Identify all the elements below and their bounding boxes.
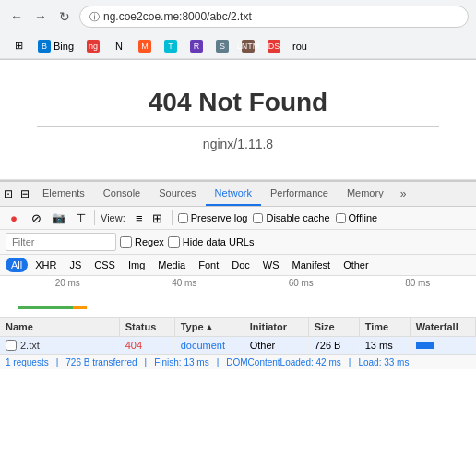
status-transferred: 726 B transferred	[65, 357, 137, 367]
hide-data-urls-group: Hide data URLs	[168, 236, 255, 248]
bookmark-ng[interactable]: ng	[82, 38, 104, 54]
timeline-orange-bar	[73, 306, 87, 309]
bookmark-r[interactable]: R	[185, 38, 208, 54]
td-waterfall	[411, 339, 476, 352]
regex-label: Regex	[135, 236, 164, 247]
offline-label: Offline	[349, 212, 378, 223]
filter-section: Regex Hide data URLs	[0, 230, 476, 255]
bookmark-ds[interactable]: DS	[263, 38, 285, 54]
browser-chrome: ← → ↻ ⓘ ng.coe2coe.me:8000/abc/2.txt ⊞ B…	[0, 0, 476, 60]
type-tab-all[interactable]: All	[6, 258, 28, 272]
nav-bar: ← → ↻ ⓘ ng.coe2coe.me:8000/abc/2.txt	[0, 0, 476, 33]
table-row[interactable]: 2.txt 404 document Other 726 B 13 ms	[0, 337, 476, 354]
row-checkbox[interactable]	[6, 340, 17, 351]
th-name: Name	[0, 318, 120, 336]
file-name: 2.txt	[20, 340, 40, 351]
status-separator-3: |	[217, 357, 220, 367]
type-tab-ws[interactable]: WS	[257, 258, 285, 272]
bookmark-n[interactable]: N	[108, 38, 130, 54]
timeline-mark-40ms: 40 ms	[126, 278, 244, 288]
td-name: 2.txt	[0, 337, 120, 354]
timeline-mark-20ms: 20 ms	[9, 278, 126, 288]
th-status: Status	[120, 318, 175, 336]
type-tab-doc[interactable]: Doc	[226, 258, 256, 272]
status-separator-2: |	[145, 357, 148, 367]
tab-memory[interactable]: Memory	[338, 182, 393, 206]
regex-group: Regex	[120, 236, 164, 248]
tab-network[interactable]: Network	[206, 182, 261, 206]
status-requests: 1 requests	[6, 357, 49, 367]
toolbar-separator-2	[172, 210, 173, 225]
type-tab-js[interactable]: JS	[64, 258, 87, 272]
preserve-log-checkbox[interactable]	[178, 213, 188, 223]
camera-button[interactable]: 📷	[50, 210, 66, 226]
bookmark-rou[interactable]: rou	[289, 38, 311, 54]
tab-elements[interactable]: Elements	[33, 182, 94, 206]
type-tab-other[interactable]: Other	[338, 258, 375, 272]
bing-icon: B	[38, 40, 51, 53]
address-bar[interactable]: ⓘ ng.coe2coe.me:8000/abc/2.txt	[79, 6, 469, 28]
type-tab-xhr[interactable]: XHR	[30, 258, 62, 272]
regex-checkbox[interactable]	[120, 236, 132, 248]
error-subtitle: nginx/1.11.8	[0, 137, 476, 151]
preserve-log-label: Preserve log	[191, 212, 248, 223]
bookmark-lntm[interactable]: LNTM	[237, 38, 259, 54]
rou-icon: rou	[293, 40, 306, 53]
tab-more[interactable]: »	[393, 183, 414, 205]
stop-button[interactable]: ⊘	[28, 210, 44, 226]
forward-button[interactable]: →	[31, 7, 50, 26]
th-time: Time	[360, 318, 411, 336]
record-button[interactable]: ●	[6, 210, 22, 226]
view-icons: ≡ ⊞	[131, 210, 166, 226]
filter-input[interactable]	[6, 233, 116, 251]
tab-sources[interactable]: Sources	[149, 182, 205, 206]
page-content: 404 Not Found nginx/1.11.8	[0, 60, 476, 180]
th-waterfall: Waterfall	[411, 318, 476, 336]
status-load: Load: 33 ms	[358, 357, 409, 367]
type-tab-css[interactable]: CSS	[89, 258, 121, 272]
td-initiator: Other	[244, 337, 309, 354]
reload-button[interactable]: ↻	[55, 7, 74, 26]
network-table: Name Status Type ▲ Initiator Size Time W…	[0, 318, 476, 354]
view-tree-button[interactable]: ⊞	[149, 210, 166, 226]
status-dom-content-loaded: DOMContentLoaded: 42 ms	[226, 357, 341, 367]
offline-checkbox[interactable]	[336, 213, 346, 223]
bookmark-m[interactable]: M	[134, 38, 156, 54]
type-tab-font[interactable]: Font	[193, 258, 224, 272]
view-list-button[interactable]: ≡	[131, 210, 148, 226]
devtools-toggle-button[interactable]: ⊟	[17, 186, 33, 202]
table-header: Name Status Type ▲ Initiator Size Time W…	[0, 318, 476, 337]
type-tab-media[interactable]: Media	[152, 258, 191, 272]
status-finish: Finish: 13 ms	[154, 357, 208, 367]
n-icon: N	[113, 40, 125, 53]
back-button[interactable]: ←	[7, 7, 26, 26]
status-separator-4: |	[349, 357, 351, 367]
timeline-mark-80ms: 80 ms	[360, 278, 477, 288]
type-tab-img[interactable]: Img	[123, 258, 150, 272]
offline-group: Offline	[336, 212, 378, 223]
tab-console[interactable]: Console	[94, 182, 149, 206]
timeline-mark-60ms: 60 ms	[243, 278, 360, 288]
sort-arrow-icon: ▲	[206, 322, 214, 331]
status-separator-1: |	[56, 357, 59, 367]
hide-data-urls-checkbox[interactable]	[168, 236, 180, 248]
filter-button[interactable]: ⊤	[72, 210, 89, 226]
bookmark-s[interactable]: S	[211, 38, 233, 54]
td-type: document	[175, 337, 244, 354]
type-tab-manifest[interactable]: Manifest	[287, 258, 337, 272]
timeline-bar	[9, 306, 467, 309]
bookmark-apps-icon[interactable]: ⊞	[7, 38, 30, 54]
lntm-icon: LNTM	[242, 40, 255, 53]
devtools-dock-button[interactable]: ⊡	[0, 186, 17, 202]
devtools-panel: ⊡ ⊟ Elements Console Sources Network Per…	[0, 180, 476, 369]
th-initiator: Initiator	[244, 318, 309, 336]
bookmark-bing[interactable]: B Bing	[33, 38, 78, 54]
th-type-label: Type	[181, 321, 204, 332]
bookmark-t[interactable]: T	[160, 38, 182, 54]
disable-cache-checkbox[interactable]	[253, 213, 263, 223]
preserve-log-group: Preserve log	[178, 212, 248, 223]
disable-cache-group: Disable cache	[253, 212, 329, 223]
tab-performance[interactable]: Performance	[261, 182, 338, 206]
disable-cache-label: Disable cache	[266, 212, 329, 223]
network-timeline: 20 ms 40 ms 60 ms 80 ms	[0, 276, 476, 318]
